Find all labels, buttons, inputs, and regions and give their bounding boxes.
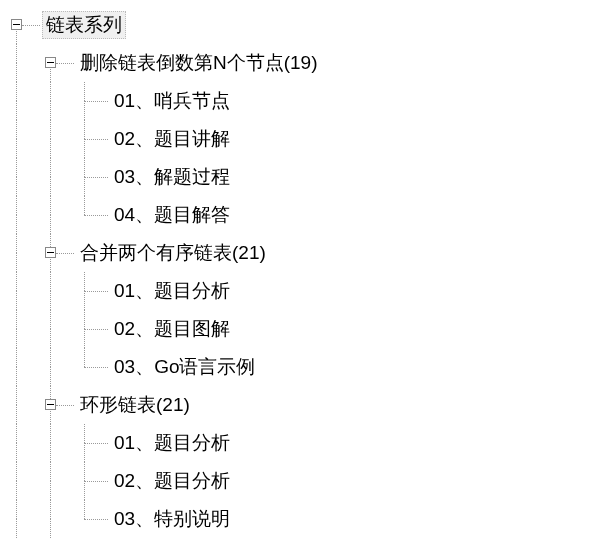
tree-leaf-label[interactable]: 02、题目分析: [110, 467, 234, 495]
expander-collapse-icon[interactable]: [11, 19, 22, 30]
tree-row[interactable]: 02、题目分析: [8, 462, 608, 500]
tree-row[interactable]: 合并两个有序链表(21): [8, 234, 608, 272]
tree-node-label[interactable]: 链表系列: [42, 11, 126, 39]
tree-leaf-label[interactable]: 02、题目讲解: [110, 125, 234, 153]
tree-leaf-label[interactable]: 02、题目图解: [110, 315, 234, 343]
tree-row[interactable]: 01、题目分析: [8, 424, 608, 462]
tree-row[interactable]: 01、哨兵节点: [8, 82, 608, 120]
tree-row[interactable]: 01、题目分析: [8, 272, 608, 310]
tree-leaf-label[interactable]: 01、哨兵节点: [110, 87, 234, 115]
expander-collapse-icon[interactable]: [45, 57, 56, 68]
expander-collapse-icon[interactable]: [45, 399, 56, 410]
tree-row[interactable]: 04、题目解答: [8, 196, 608, 234]
tree-leaf-label[interactable]: 03、解题过程: [110, 163, 234, 191]
expander-collapse-icon[interactable]: [45, 247, 56, 258]
tree-gutter: [8, 6, 42, 44]
tree-leaf-label[interactable]: 01、题目分析: [110, 277, 234, 305]
tree-row[interactable]: 03、解题过程: [8, 158, 608, 196]
tree-leaf-label[interactable]: 03、特别说明: [110, 505, 234, 533]
tree-row[interactable]: 02、题目图解: [8, 310, 608, 348]
tree-row[interactable]: 03、特别说明: [8, 500, 608, 538]
tree-node-label[interactable]: 环形链表(21): [76, 391, 194, 419]
tree-node-label[interactable]: 删除链表倒数第N个节点(19): [76, 49, 322, 77]
tree-leaf-label[interactable]: 03、Go语言示例: [110, 353, 259, 381]
tree-row[interactable]: 链表系列: [8, 6, 608, 44]
tree-row[interactable]: 03、Go语言示例: [8, 348, 608, 386]
tree-row[interactable]: 删除链表倒数第N个节点(19): [8, 44, 608, 82]
tree-root: 链表系列 删除链表倒数第N个节点(19): [8, 6, 608, 538]
tree-row[interactable]: 02、题目讲解: [8, 120, 608, 158]
tree-leaf-label[interactable]: 04、题目解答: [110, 201, 234, 229]
tree-leaf-label[interactable]: 01、题目分析: [110, 429, 234, 457]
tree-node-label[interactable]: 合并两个有序链表(21): [76, 239, 270, 267]
tree-row[interactable]: 环形链表(21): [8, 386, 608, 424]
